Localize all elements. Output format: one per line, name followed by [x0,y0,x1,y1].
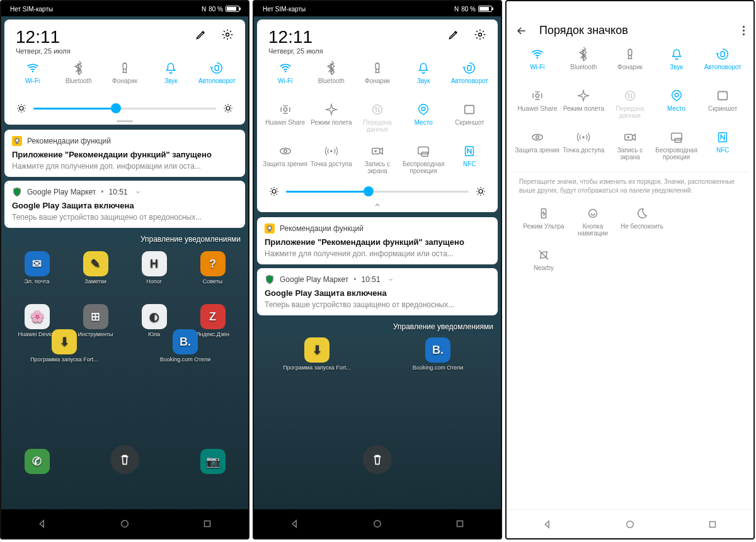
tile-eye-comfort[interactable]: Защита зрения [514,130,561,166]
home-button[interactable] [372,518,383,529]
app-fortnite[interactable]: ⬇Программа запуска Fort... [272,337,362,371]
tile-cast[interactable]: Беспроводная проекция [653,130,700,166]
tile-ultra[interactable]: Режим Ультра [519,206,568,243]
app-notes[interactable]: ✎Заметки [69,251,122,285]
clear-notifications-button[interactable] [363,445,392,474]
edit-icon[interactable] [447,28,460,41]
bluetooth-icon [324,61,338,75]
qs-screenshot[interactable]: Скриншот [447,103,493,138]
back-arrow-icon[interactable] [515,25,528,37]
slider-thumb[interactable] [111,103,121,113]
qs-nfc[interactable]: NFC [447,144,493,179]
home-button[interactable] [119,518,130,529]
app-honor[interactable]: HHonor [127,251,181,285]
edit-icon[interactable] [195,28,207,41]
clear-notifications-button[interactable] [110,445,139,474]
qs-eye-comfort[interactable]: Защита зрения [262,144,308,179]
back-button[interactable] [37,518,48,529]
qs-bluetooth[interactable]: Bluetooth [308,61,354,96]
chevron-down-icon[interactable] [386,276,396,283]
app-tips[interactable]: ?Советы [186,251,239,285]
slider-track[interactable] [33,108,216,110]
qs-sound[interactable]: Звук [401,61,447,96]
page-title: Порядок значков [539,24,731,37]
notification-recommendations[interactable]: Рекомендации функций Приложение "Рекомен… [4,130,245,177]
screenshot-icon [462,103,476,116]
manage-notifications-link[interactable]: Управление уведомлениями [254,317,501,335]
qs-flashlight[interactable]: Фонарик [101,61,147,96]
tile-hotspot[interactable]: Точка доступа [561,130,607,166]
tile-airplane[interactable]: Режим полета [561,89,607,124]
qs-autorotate[interactable]: Автоповорот [194,61,240,96]
qs-bluetooth[interactable]: Bluetooth [55,61,101,96]
back-button[interactable] [289,518,301,529]
tile-sound[interactable]: Звук [653,47,700,82]
qs-huawei-share[interactable]: Huawei Share [262,103,308,138]
qs-location[interactable]: Место [401,103,447,138]
status-bar: Нет SIM-карты N 80 % [1,1,248,16]
app-mail[interactable]: ✉Эл. почта [10,251,64,285]
expand-handle[interactable] [117,120,133,122]
slider-thumb[interactable] [364,186,374,196]
notif-subtitle: Нажмите для получения доп. информации ил… [265,249,490,258]
app-fortnite[interactable]: ⬇Программа запуска Fort... [19,329,110,363]
tile-autorotate[interactable]: Автоповорот [699,47,746,82]
chevron-down-icon[interactable] [133,188,143,196]
nearby-icon [537,248,551,262]
dock-phone[interactable]: ✆ [10,449,64,474]
tile-wifi[interactable]: Wi-Fi [514,47,561,82]
more-menu-icon[interactable] [743,26,745,35]
qs-autorotate[interactable]: Автоповорот [447,61,493,96]
notification-play-protect[interactable]: Google Play Маркет • 10:51 Google Play З… [4,181,245,228]
recents-button[interactable] [454,518,466,529]
home-button[interactable] [624,519,636,530]
notification-recommendations[interactable]: Рекомендации функций Приложение "Рекомен… [257,217,498,264]
slider-track[interactable] [286,191,469,193]
nfc-indicator: N [202,6,206,13]
qs-screenrecord[interactable]: Запись с экрана [354,144,400,179]
gear-icon[interactable] [474,28,486,41]
manage-notifications-link[interactable]: Управление уведомлениями [1,230,248,247]
panel-time: 12:11 [268,28,323,46]
tile-huawei-share[interactable]: Huawei Share [514,89,561,124]
qs-airplane[interactable]: Режим полета [308,103,354,138]
brightness-slider[interactable] [9,96,240,116]
gear-icon[interactable] [221,28,234,41]
app-booking[interactable]: B.Booking.com Отели [392,337,483,371]
tile-nfc[interactable]: NFC [699,130,746,166]
tile-dnd[interactable]: Не беспокоить [617,206,667,243]
nfc-indicator: N [454,6,459,13]
notification-play-protect[interactable]: Google Play Маркет•10:51 Google Play Защ… [257,268,498,315]
brightness-high-icon [475,186,486,197]
panel-date: Четверг, 25 июля [16,47,71,55]
qs-mobile-data[interactable]: Передача данных [354,103,400,138]
battery-icon [226,6,239,12]
tile-navbutton[interactable]: Кнопка навигации [568,206,617,243]
data-icon [370,103,384,116]
qs-hotspot[interactable]: Точка доступа [308,144,354,179]
tile-screenrecord[interactable]: Запись с экрана [607,130,653,166]
brightness-slider[interactable] [262,179,493,200]
qs-sound[interactable]: Звук [148,61,194,96]
tile-mobile-data[interactable]: Передача данных [607,89,653,124]
tile-bluetooth[interactable]: Bluetooth [561,47,607,82]
back-button[interactable] [542,519,553,530]
qs-wifi[interactable]: Wi-Fi [262,61,308,96]
tile-nearby[interactable]: Nearby [519,248,568,285]
qs-flashlight[interactable]: Фонарик [354,61,400,96]
app-booking[interactable]: B.Booking.com Отели [140,329,231,363]
notif-title: Google Play Защита включена [12,201,238,210]
nav-bar [1,509,248,538]
dock-camera[interactable]: 📷 [186,449,239,474]
tile-flashlight[interactable]: Фонарик [607,47,653,82]
qs-wifi[interactable]: Wi-Fi [9,61,55,96]
hotspot-icon [576,130,590,144]
recents-button[interactable] [707,519,718,530]
recents-button[interactable] [202,518,213,529]
collapse-handle[interactable] [262,200,493,210]
flashlight-icon [370,61,384,75]
tile-location[interactable]: Место [653,89,700,124]
rotate-icon [716,47,730,61]
qs-cast[interactable]: Беспроводная проекция [401,144,447,179]
tile-screenshot[interactable]: Скриншот [699,89,746,124]
